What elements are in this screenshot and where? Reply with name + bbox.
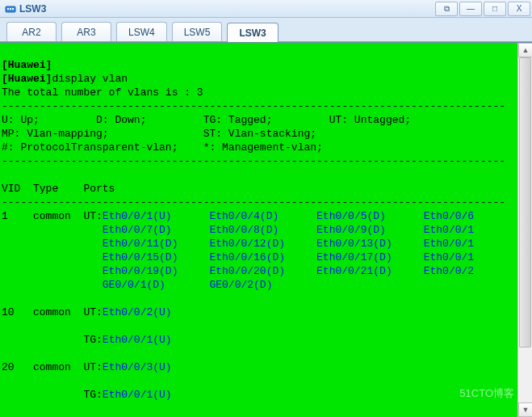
command-text: display vlan xyxy=(52,73,128,85)
scrollbar[interactable]: ▲ ▼ xyxy=(517,43,532,417)
divider: ----------------------------------------… xyxy=(2,100,505,112)
scroll-track[interactable] xyxy=(518,57,532,402)
tab-ar2[interactable]: AR2 xyxy=(6,22,57,41)
prompt: [Huawei] xyxy=(2,59,52,71)
legend-line: MP: Vlan-mapping; ST: Vlan-stacking; xyxy=(2,128,316,140)
vlan-row: TG: xyxy=(2,334,103,346)
scroll-down-button[interactable]: ▼ xyxy=(518,402,532,417)
scroll-thumb[interactable] xyxy=(519,57,531,348)
tabbar: AR2 AR3 LSW4 LSW5 LSW3 xyxy=(0,18,532,42)
app-icon xyxy=(5,3,16,15)
minimize-button[interactable]: — xyxy=(459,2,482,16)
divider: ----------------------------------------… xyxy=(2,196,505,208)
port-list: Eth0/0/11(D) Eth0/0/12(D) Eth0/0/13(D) E… xyxy=(2,238,474,250)
port-list: GE0/0/1(D) GE0/0/2(D) xyxy=(2,279,272,291)
tab-label: LSW4 xyxy=(128,27,155,38)
terminal-output[interactable]: [Huawei] [Huawei]display vlan The total … xyxy=(0,43,517,417)
tab-label: LSW5 xyxy=(184,27,211,38)
port-list: Eth0/0/1(U) xyxy=(103,389,172,401)
port-list: Eth0/0/7(D) Eth0/0/8(D) Eth0/0/9(D) Eth0… xyxy=(2,224,474,236)
table-header: VID Type Ports xyxy=(2,183,115,195)
output-line: The total number of vlans is : 3 xyxy=(2,86,203,99)
popout-button[interactable]: ⧉ xyxy=(435,2,458,16)
port-list: Eth0/0/1(U) Eth0/0/4(D) Eth0/0/5(D) Eth0… xyxy=(103,210,474,222)
maximize-button[interactable]: □ xyxy=(484,2,506,16)
legend-line: #: ProtocolTransparent-vlan; *: Manageme… xyxy=(2,141,323,154)
close-button[interactable]: X xyxy=(508,2,530,16)
port-list: Eth0/0/19(D) Eth0/0/20(D) Eth0/0/21(D) E… xyxy=(2,265,474,277)
port-list: Eth0/0/2(U) xyxy=(103,306,172,318)
vlan-row: 10 common UT: xyxy=(2,306,103,318)
tab-ar3[interactable]: AR3 xyxy=(61,22,111,41)
tab-label: AR3 xyxy=(77,27,95,38)
tab-lsw3[interactable]: LSW3 xyxy=(227,23,278,42)
window-title: LSW3 xyxy=(19,3,46,15)
window-controls: ⧉ — □ X xyxy=(434,2,530,16)
port-list: Eth0/0/3(U) xyxy=(103,361,172,373)
scroll-up-button[interactable]: ▲ xyxy=(518,43,532,57)
tab-lsw4[interactable]: LSW4 xyxy=(116,22,167,41)
prompt: [Huawei] xyxy=(2,73,52,85)
divider: ----------------------------------------… xyxy=(2,155,505,167)
legend-line: U: Up; D: Down; TG: Tagged; UT: Untagged… xyxy=(2,114,411,126)
terminal-pane: [Huawei] [Huawei]display vlan The total … xyxy=(0,42,532,417)
svg-rect-2 xyxy=(10,8,11,10)
vlan-row: 20 common UT: xyxy=(2,361,103,373)
tab-label: AR2 xyxy=(22,27,40,38)
vlan-row: TG: xyxy=(2,389,103,401)
port-list: Eth0/0/1(U) xyxy=(103,334,172,346)
svg-rect-3 xyxy=(12,8,14,10)
tab-label: LSW3 xyxy=(239,27,266,39)
titlebar: LSW3 ⧉ — □ X xyxy=(0,0,532,18)
port-list: Eth0/0/15(D) Eth0/0/16(D) Eth0/0/17(D) E… xyxy=(2,251,474,263)
vlan-row: 1 common UT: xyxy=(2,210,103,222)
tab-lsw5[interactable]: LSW5 xyxy=(172,22,223,41)
titlebar-left: LSW3 xyxy=(5,3,46,15)
svg-rect-1 xyxy=(7,8,9,10)
